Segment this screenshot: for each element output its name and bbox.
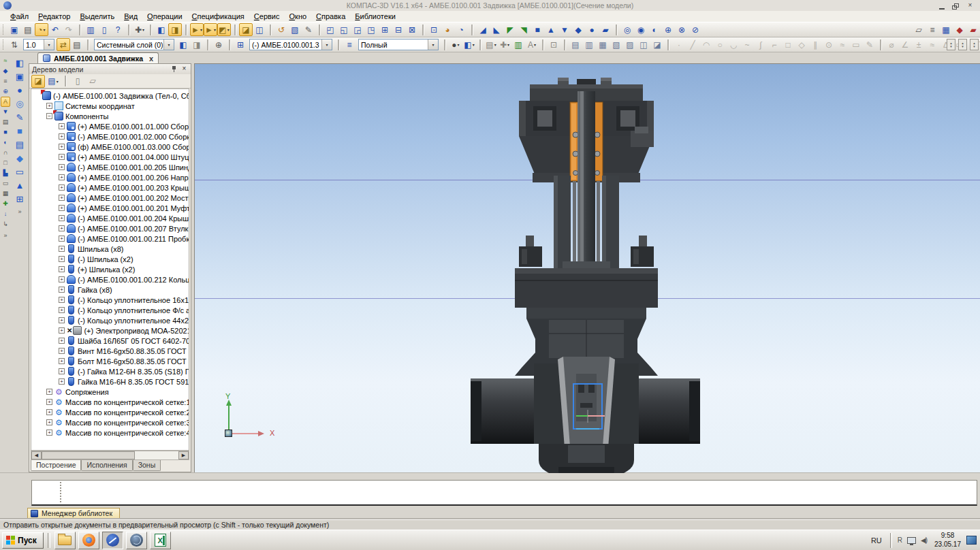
dimensions-panel-icon[interactable]: ≡: [1, 76, 10, 86]
tree-params-icon[interactable]: ▱: [86, 75, 99, 88]
tree-item[interactable]: +⚙Массив по концентрической сетке:4: [31, 427, 189, 438]
previous-selection-icon[interactable]: ►▾: [204, 23, 217, 36]
restore-button[interactable]: [951, 2, 960, 10]
tree-expander-icon[interactable]: +: [59, 317, 65, 323]
menu-item-библиотеки[interactable]: Библиотеки: [350, 11, 400, 22]
undo-icon[interactable]: ↶: [48, 23, 62, 36]
layers-manage-icon[interactable]: ◧: [176, 38, 190, 51]
halfview-panel-icon[interactable]: ◐: [1, 138, 10, 148]
chevron-down-icon[interactable]: ▾: [44, 39, 54, 50]
tree-expander-icon[interactable]: +: [59, 215, 65, 221]
orientation-icon[interactable]: ◪: [239, 23, 253, 36]
print-preview-icon[interactable]: ◔▾: [35, 23, 48, 36]
library-manager-button[interactable]: Менеджер библиотек: [27, 508, 120, 519]
plane-xz-icon[interactable]: ◱: [337, 23, 351, 36]
print-icon[interactable]: ▤: [21, 23, 35, 36]
menu-item-окно[interactable]: Окно: [285, 11, 312, 22]
sphere-op-icon[interactable]: ●: [13, 83, 27, 97]
sheet-op-icon[interactable]: ▤: [13, 138, 27, 151]
tree-item[interactable]: +(-) Кольцо уплотнительное Ф/с армирова: [31, 305, 189, 315]
chevron-down-icon[interactable]: ▾: [428, 39, 438, 50]
direction-op-icon[interactable]: ▲: [13, 178, 27, 192]
menu-item-спецификация[interactable]: Спецификация: [187, 11, 249, 22]
menu-item-сервис[interactable]: Сервис: [249, 11, 285, 22]
rotate-model-icon[interactable]: ◨: [168, 23, 182, 36]
quadrant-panel-icon[interactable]: ▙: [1, 168, 10, 178]
tree-item[interactable]: −Компоненты: [31, 111, 189, 121]
sweep-icon[interactable]: ◤: [503, 23, 517, 36]
tree-expander-icon[interactable]: +: [59, 236, 65, 242]
tree-doc-icon[interactable]: ▯: [71, 75, 84, 88]
dimension-style-icon[interactable]: A▾: [525, 38, 539, 51]
tree-item[interactable]: +(-) АМБЕ.0100.001.02.000 Сборка клина: [31, 131, 189, 142]
property-bar-grip[interactable]: [60, 482, 61, 502]
tree-item[interactable]: +(-) АМБЕ.0100.001.00.212 Кольцо отвода …: [31, 274, 189, 285]
quick-print-icon[interactable]: ▤: [70, 38, 84, 51]
edit-part-icon[interactable]: ◧: [13, 56, 27, 69]
window-doc-7-icon[interactable]: ◪: [650, 38, 664, 51]
annotation-panel-icon[interactable]: A: [1, 97, 10, 107]
document-tab[interactable]: АМБЕ.0100.001 Задвижка x: [37, 52, 159, 63]
layer-settings-icon[interactable]: ◨: [190, 38, 204, 51]
spinner-2[interactable]: ▴▾: [958, 39, 967, 50]
tree-item[interactable]: +Гайка (х8): [31, 285, 189, 295]
window-doc-3-icon[interactable]: ▦: [596, 38, 610, 51]
plane-xy-icon[interactable]: ◰: [323, 23, 337, 36]
mirror-body-icon[interactable]: ◐: [648, 23, 661, 36]
tree-item[interactable]: +(+) АМБЕ.0100.001.00.202 Мостик: [31, 193, 189, 203]
mass-properties-icon[interactable]: ◆: [953, 23, 966, 36]
tree-item[interactable]: +(+) АМБЕ.0100.001.00.201 Муфта: [31, 203, 189, 213]
assoc-view-toggle-icon[interactable]: ⇄: [57, 38, 70, 51]
refresh-icon[interactable]: ◕: [441, 23, 454, 36]
tree-expander-icon[interactable]: +: [59, 348, 65, 354]
cut-revolve-icon[interactable]: ▲: [544, 23, 558, 36]
layer-combo[interactable]: Системный слой (0)▾: [94, 39, 174, 50]
ring-op-icon[interactable]: ◎: [13, 97, 27, 110]
plane-offset-icon[interactable]: ◳: [364, 23, 378, 36]
tree-item[interactable]: +Болт М16-6gх50.88.35.05 ГОСТ 7798-70 (х…: [31, 356, 189, 366]
window-doc-1-icon[interactable]: ▤: [569, 38, 582, 51]
tree-tab-зоны[interactable]: Зоны: [133, 460, 161, 471]
menu-item-файл[interactable]: Файл: [5, 11, 33, 22]
kompas-launcher[interactable]: [102, 532, 123, 549]
start-button[interactable]: Пуск: [2, 532, 44, 549]
plane-yz-icon[interactable]: ◲: [351, 23, 364, 36]
tree-expander-icon[interactable]: +: [59, 256, 65, 262]
tree-item[interactable]: +Гайка М16-6Н 8.35.05 ГОСТ 5915-70 (х4): [31, 376, 189, 387]
excel-launcher[interactable]: X: [150, 532, 171, 549]
menu-item-операции[interactable]: Операции: [142, 11, 187, 22]
chevron-down-icon[interactable]: ▾: [163, 39, 174, 50]
tree-expander-icon[interactable]: +: [59, 246, 65, 252]
tray-r-icon[interactable]: R: [896, 536, 904, 544]
spec-objects-icon[interactable]: ▯: [97, 23, 111, 36]
display-combo[interactable]: Полный▾: [358, 39, 439, 50]
tree-item[interactable]: +(-) Гайка М12-6Н 8.35.05 (S18) ГОСТ 591…: [31, 366, 189, 376]
scale-combo[interactable]: 1.0▾: [23, 39, 54, 50]
branch-panel-icon[interactable]: ↳: [1, 219, 10, 229]
valve-model-3d[interactable]: [195, 64, 980, 473]
down-panel-icon[interactable]: ↓: [1, 209, 10, 219]
library-manager-icon[interactable]: ▥: [511, 38, 525, 51]
tree-expander-icon[interactable]: +: [59, 338, 65, 344]
menu-item-редактор[interactable]: Редактор: [33, 11, 75, 22]
tree-tab-построение[interactable]: Построение: [31, 460, 81, 471]
extrude-icon[interactable]: ◢: [476, 23, 490, 36]
revolve-icon[interactable]: ◣: [490, 23, 503, 36]
panel-overflow-icon[interactable]: »: [18, 208, 21, 215]
tree-item[interactable]: +(-) Кольцо уплотнительное 44х28х8 (х4): [31, 315, 189, 325]
toolbar-grip[interactable]: [3, 39, 5, 50]
hole-icon[interactable]: ▼: [558, 23, 571, 36]
construction-point-icon[interactable]: ⊟: [392, 23, 405, 36]
window-doc-4-icon[interactable]: ▧: [610, 38, 623, 51]
scroll-left-icon[interactable]: ◀: [31, 451, 42, 459]
tree-expander-icon[interactable]: +: [46, 409, 52, 415]
tree-item[interactable]: +✕(+) Электропривод МОА-52021-2-Х0ХХ-А: [31, 325, 189, 336]
curve-panel-icon[interactable]: ∩: [1, 148, 10, 158]
tree-item[interactable]: +(-) АМБЕ.0100.001.00.205 Шпиндель: [31, 162, 189, 172]
designations-panel-icon[interactable]: ⊕: [1, 86, 10, 97]
tree-item[interactable]: +(-) Шпилька (х2): [31, 254, 189, 264]
boolean-icon[interactable]: ⊗: [675, 23, 689, 36]
filter-panel-icon[interactable]: ▼: [1, 107, 10, 117]
rib-icon[interactable]: ▰: [599, 23, 612, 36]
tree-item[interactable]: +(+) АМБЕ.0100.001.04.000 Штуцер: [31, 152, 189, 162]
